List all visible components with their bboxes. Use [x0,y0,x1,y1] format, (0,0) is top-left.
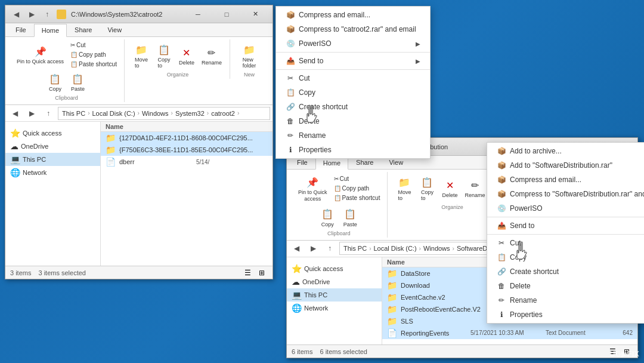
path-thispc-1[interactable]: This PC [62,110,85,117]
back-btn-1[interactable]: ◀ [9,8,23,21]
copy-btn-1[interactable]: 📋 Copy [45,70,65,94]
address-path-1[interactable]: This PC › Local Disk (C:) › Windows › Sy… [58,107,270,120]
tab-home-1[interactable]: Home [34,24,67,37]
paste-icon-2: 📋 [343,207,357,222]
forward-btn-1[interactable]: ▶ [24,8,39,21]
cm2-copy[interactable]: 📋 Copy [487,250,644,264]
new-folder-btn-1[interactable]: 📁 Newfolder [239,41,260,70]
cm2-compress-sd-email[interactable]: 📦 Compress to "SoftwareDistribution.rar"… [487,187,644,201]
cm2-create-shortcut[interactable]: 🔗 Create shortcut [487,264,644,279]
paste-btn-1[interactable]: 📋 Paste [67,70,88,94]
cut-btn-2[interactable]: ✂ Cut [332,174,383,183]
grid-view-btn-1[interactable]: ⊞ [256,267,268,278]
sidebar-item-quickaccess-1[interactable]: ⭐ Quick access [5,127,100,140]
new-group-1: 📁 Newfolder New [231,39,267,79]
delete-btn-1[interactable]: ✕ Delete [176,44,197,67]
cm1-compress-rar-icon: 📦 [286,24,295,34]
organize-label-1: Organize [167,72,189,78]
sidebar-item-network-1[interactable]: 🌐 Network [5,166,100,179]
paste-shortcut-btn-1[interactable]: 📋 Paste shortcut [68,60,119,69]
copy-to-btn-1[interactable]: 📋 Copyto [153,41,175,70]
sidebar-item-network-2[interactable]: 🌐 Network [287,302,382,315]
move-btn-1[interactable]: 📁 Moveto [131,41,152,70]
cm2-rename-icon: ✏ [497,296,506,305]
cut-btn-1[interactable]: ✂ Cut [68,41,119,50]
minimize-btn-1[interactable]: ─ [184,8,212,21]
copy-btn-2[interactable]: 📋 Copy [317,205,338,229]
path-windows-1[interactable]: Windows [142,110,169,117]
sidebar-item-onedrive-2[interactable]: ☁ OneDrive [287,275,382,288]
addr-forward-2[interactable]: ▶ [306,242,320,255]
cm2-add-sd-rar[interactable]: 📦 Add to "SoftwareDistribution.rar" [487,158,644,173]
cm2-cut[interactable]: ✂ Cut [487,236,644,250]
tab-share-1[interactable]: Share [67,23,100,36]
list-view-btn-1[interactable]: ☰ [242,267,253,278]
cm1-cut[interactable]: ✂ Cut [276,71,430,85]
maximize-btn-1[interactable]: □ [213,8,240,21]
path-c-2[interactable]: Local Disk (C:) [373,245,416,252]
sidebar-label-qa-2: Quick access [304,265,343,272]
window-icon-1 [57,10,66,19]
file-row-2-6[interactable]: 📄 ReportingEvents 5/17/2021 10:33 AM Tex… [382,327,637,339]
sidebar-item-thispc-1[interactable]: 💻 This PC [5,153,100,166]
cm2-properties[interactable]: ℹ Properties [487,307,644,322]
rename-btn-1[interactable]: ✏ Rename [199,44,225,67]
copy-path-btn-1[interactable]: 📋 Copy path [68,50,119,59]
cm2-rename[interactable]: ✏ Rename [487,293,644,307]
cm2-compress-email[interactable]: 📦 Compress and email... [487,173,644,187]
path-system32-1[interactable]: System32 [175,110,205,117]
file-row-1-1[interactable]: 📁 {127D0A1D-4EF2-11D1-8608-00C04FC295... [101,132,273,144]
close-btn-1[interactable]: ✕ [242,8,269,21]
cm2-poweriso[interactable]: 💿 PowerISO ▶ [487,201,644,216]
sidebar-item-onedrive-1[interactable]: ☁ OneDrive [5,140,100,153]
tab-view-1[interactable]: View [100,23,129,36]
pin-btn-2[interactable]: 📌 Pin to Quickaccess [295,173,330,204]
up-btn-1[interactable]: ↑ [40,8,54,21]
path-catroot2-1[interactable]: catroot2 [211,110,235,117]
addr-up-1[interactable]: ↑ [41,107,55,120]
cm1-sendto[interactable]: 📤 Send to ▶ [276,54,430,68]
cm1-compress-rar[interactable]: 📦 Compress to "catroot2.rar" and email [276,22,430,36]
status-selected-1: 3 items selected [38,269,85,276]
path-windows-2[interactable]: Windows [423,245,450,252]
cm2-delete[interactable]: 🗑 Delete [487,279,644,293]
sidebar-item-thispc-2[interactable]: 💻 This PC [287,288,382,302]
path-thispc-2[interactable]: This PC [343,245,367,252]
cm1-properties[interactable]: ℹ Properties [276,143,430,157]
clipboard-btns-2: 📌 Pin to Quickaccess ✂ Cut 📋 Copy path [295,173,382,204]
copy-to-btn-2[interactable]: 📋 Copyto [416,173,438,203]
cm1-create-shortcut[interactable]: 🔗 Create shortcut [276,100,430,114]
clipboard-btns-1: 📌 Pin to Quick access ✂ Cut 📋 Copy path [14,41,119,69]
tab-file-1[interactable]: File [8,23,34,36]
clipboard-label-2: Clipboard [327,230,351,236]
cm1-rename[interactable]: ✏ Rename [276,128,430,143]
sidebar-label-net-2: Network [304,304,328,312]
path-c-1[interactable]: Local Disk (C:) [92,110,135,117]
paste-btn-2[interactable]: 📋 Paste [340,205,360,229]
copy-path-btn-2[interactable]: 📋 Copy path [332,184,383,193]
paste-shortcut-icon-2: 📋 [334,195,341,201]
addr-back-1[interactable]: ◀ [8,107,22,120]
file-row-1-3[interactable]: 📄 dberr 5/14/ [101,156,273,168]
rename-btn-2[interactable]: ✏ Rename [462,176,488,200]
file-name-1-2: {F750E6C3-38EE-11D1-85E5-00C04FC295... [119,146,268,153]
cm2-sendto[interactable]: 📤 Send to ▶ [487,219,644,233]
organize-label-2: Organize [441,204,463,210]
paste-shortcut-btn-2[interactable]: 📋 Paste shortcut [332,193,383,202]
sidebar-item-quickaccess-2[interactable]: ⭐ Quick access [287,262,382,275]
cm1-compress-email[interactable]: 📦 Compress and email... [276,8,430,22]
cm1-delete[interactable]: 🗑 Delete [276,114,430,128]
cm2-add-archive[interactable]: 📦 Add to archive... [487,144,644,158]
cm1-poweriso[interactable]: 💿 PowerISO ▶ [276,36,430,51]
addr-forward-1[interactable]: ▶ [24,107,39,120]
addr-back-2[interactable]: ◀ [289,242,304,255]
cm1-copy[interactable]: 📋 Copy [276,85,430,100]
addr-up-2[interactable]: ↑ [323,242,337,255]
pin-btn-1[interactable]: 📌 Pin to Quick access [14,42,67,67]
delete-btn-2[interactable]: ✕ Delete [439,176,460,200]
cut-icon-2: ✂ [334,176,339,182]
file-row-1-2[interactable]: 📁 {F750E6C3-38EE-11D1-85E5-00C04FC295... [101,144,273,156]
cm2-sendto-icon: 📤 [497,221,506,230]
move-btn-2[interactable]: 📁 Moveto [394,173,415,203]
folder-icon-1-2: 📁 [106,145,116,155]
